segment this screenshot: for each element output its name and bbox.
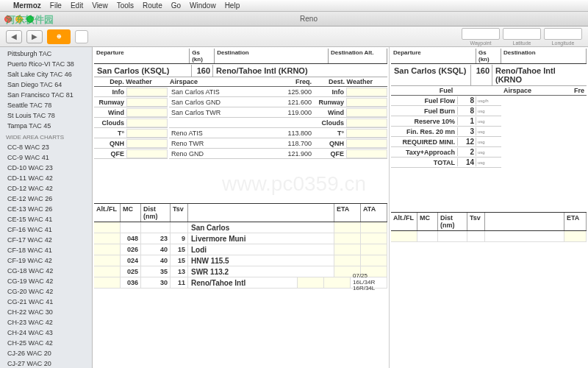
menu-file[interactable]: File xyxy=(50,1,62,10)
menu-tools[interactable]: Tools xyxy=(117,1,134,10)
zoom-icon[interactable] xyxy=(26,15,34,23)
sidebar-item-wac[interactable]: CD-12 WAC 42 xyxy=(0,183,92,194)
nav-ata[interactable] xyxy=(361,233,387,244)
sidebar-item-wac[interactable]: CG-20 WAC 42 xyxy=(0,286,92,297)
sidebar-item-wac[interactable]: CC-9 WAC 41 xyxy=(0,152,92,163)
sidebar-item-wac[interactable]: CJ-27 WAC 20 xyxy=(0,358,92,368)
nav-alt[interactable] xyxy=(94,277,121,288)
navhdr-tsv-r: Tsv xyxy=(467,213,485,230)
sidebar-item-wac[interactable]: CH-23 WAC 42 xyxy=(0,317,92,328)
app-name[interactable]: Mermoz xyxy=(13,1,41,10)
sidebar-item-wac[interactable]: CH-25 WAC 42 xyxy=(0,338,92,348)
nav-waypoint: San Carlos xyxy=(188,222,334,233)
sidebar-item-tac[interactable]: Seattle TAC 78 xyxy=(0,100,92,110)
sidebar-item-tac[interactable]: Tampa TAC 45 xyxy=(0,121,92,131)
sidebar[interactable]: Pittsburgh TACPuerto Rico-VI TAC 38Salt … xyxy=(0,47,93,368)
sidebar-item-wac[interactable]: CF-17 WAC 42 xyxy=(0,235,92,245)
fuel-value[interactable]: 1 xyxy=(457,117,476,125)
menubar: Mermoz File Edit View Tools Route Go Win… xyxy=(0,0,588,12)
waypoint-label: Waypoint xyxy=(462,40,500,46)
menu-window[interactable]: Window xyxy=(190,1,216,10)
sidebar-item-tac[interactable]: Puerto Rico-VI TAC 38 xyxy=(0,59,92,69)
sidebar-item-wac[interactable]: CE-13 WAC 26 xyxy=(0,204,92,214)
sidebar-item-wac[interactable]: CF-19 WAC 42 xyxy=(0,255,92,266)
nav-alt[interactable] xyxy=(94,255,121,266)
longitude-input[interactable] xyxy=(544,28,582,40)
menu-edit[interactable]: Edit xyxy=(71,1,83,10)
latitude-input[interactable] xyxy=(503,28,541,40)
wx-input[interactable] xyxy=(346,149,387,158)
wx-input[interactable] xyxy=(346,108,387,117)
fuel-value[interactable]: 2 xyxy=(457,148,476,156)
hdr-destination: Destination xyxy=(215,49,329,63)
nav-eta[interactable] xyxy=(334,255,361,266)
wx-input[interactable] xyxy=(126,129,168,138)
wx-input[interactable] xyxy=(346,118,387,127)
sidebar-item-wac[interactable]: CJ-26 WAC 20 xyxy=(0,348,92,358)
nav-ata[interactable] xyxy=(361,222,387,233)
nav-alt[interactable] xyxy=(94,266,121,277)
fuel-value[interactable]: 3 xyxy=(457,127,476,135)
nav-eta[interactable] xyxy=(298,277,324,288)
fuel-value[interactable]: 12 xyxy=(457,138,476,146)
sidebar-item-wac[interactable]: CD-10 WAC 23 xyxy=(0,163,92,173)
sidebar-item-wac[interactable]: CF-18 WAC 41 xyxy=(0,245,92,255)
sidebar-item-wac[interactable]: CG-19 WAC 42 xyxy=(0,276,92,286)
nav-waypoint: SWR 113.2 xyxy=(188,266,334,277)
sidebar-item-tac[interactable]: San Francisco TAC 81 xyxy=(0,90,92,100)
nav-eta[interactable] xyxy=(334,244,361,255)
close-icon[interactable] xyxy=(4,15,12,23)
tool-icon[interactable]: ⊕ xyxy=(47,29,71,44)
sidebar-item-wac[interactable]: CE-15 WAC 41 xyxy=(0,214,92,224)
minimize-icon[interactable] xyxy=(15,15,23,23)
sidebar-item-tac[interactable]: San Diego TAC 64 xyxy=(0,79,92,90)
airspace-name: San Carlos TWR xyxy=(169,109,280,116)
gs-value-r[interactable]: 160 xyxy=(470,65,492,85)
depwx-label: Dep. Weather xyxy=(94,77,168,86)
navhdr-eta: ETA xyxy=(334,204,361,222)
menu-help[interactable]: Help xyxy=(225,1,240,10)
waypoint-input[interactable] xyxy=(462,28,500,40)
sidebar-item-wac[interactable]: CG-21 WAC 41 xyxy=(0,297,92,307)
wx-input[interactable] xyxy=(346,129,387,138)
nav-alt[interactable] xyxy=(94,222,121,233)
nav-alt[interactable] xyxy=(94,233,121,244)
wx-input[interactable] xyxy=(126,108,168,117)
sidebar-item-wac[interactable]: CH-22 WAC 30 xyxy=(0,307,92,317)
sidebar-item-tac[interactable]: Salt Lake City TAC 46 xyxy=(0,69,92,79)
wx-input[interactable] xyxy=(346,88,387,96)
menu-go[interactable]: Go xyxy=(171,1,181,10)
navhdr-alt-r: Alt./FL xyxy=(391,213,417,230)
faa-icon[interactable] xyxy=(75,30,88,43)
wx-input[interactable] xyxy=(126,118,168,127)
wx-input[interactable] xyxy=(126,88,168,96)
sidebar-item-tac[interactable]: St Louis TAC 78 xyxy=(0,110,92,121)
fuel-value[interactable]: 14 xyxy=(457,158,476,166)
nav-alt[interactable] xyxy=(94,244,121,255)
sidebar-item-wac[interactable]: CH-24 WAC 43 xyxy=(0,328,92,338)
nav-ata[interactable] xyxy=(361,255,387,266)
wx-input[interactable] xyxy=(126,149,168,158)
nav-ata[interactable] xyxy=(361,244,387,255)
forward-button[interactable]: ▶ xyxy=(26,30,43,43)
wx-input[interactable] xyxy=(346,98,387,107)
nav-eta[interactable] xyxy=(334,233,361,244)
wx-input[interactable] xyxy=(346,139,387,148)
nav-eta[interactable] xyxy=(334,222,361,233)
menu-view[interactable]: View xyxy=(92,1,108,10)
gs-value[interactable]: 160 xyxy=(191,65,213,77)
sidebar-item-wac[interactable]: CC-8 WAC 23 xyxy=(0,142,92,152)
fuel-value[interactable]: 8 xyxy=(457,107,476,115)
fuel-value[interactable]: 8 xyxy=(457,96,476,105)
sidebar-item-wac[interactable]: CD-11 WAC 42 xyxy=(0,173,92,183)
back-button[interactable]: ◀ xyxy=(6,30,22,43)
nav-ata[interactable] xyxy=(324,277,351,288)
sidebar-item-wac[interactable]: CG-18 WAC 42 xyxy=(0,266,92,276)
sidebar-item-wac[interactable]: CF-16 WAC 41 xyxy=(0,224,92,235)
panel-right: Departure Gs (kn) Destination San Carlos… xyxy=(389,47,588,368)
wx-input[interactable] xyxy=(126,98,168,107)
sidebar-item-tac[interactable]: Pittsburgh TAC xyxy=(0,49,92,59)
menu-route[interactable]: Route xyxy=(143,1,162,10)
sidebar-item-wac[interactable]: CE-12 WAC 26 xyxy=(0,194,92,204)
wx-input[interactable] xyxy=(126,139,168,148)
